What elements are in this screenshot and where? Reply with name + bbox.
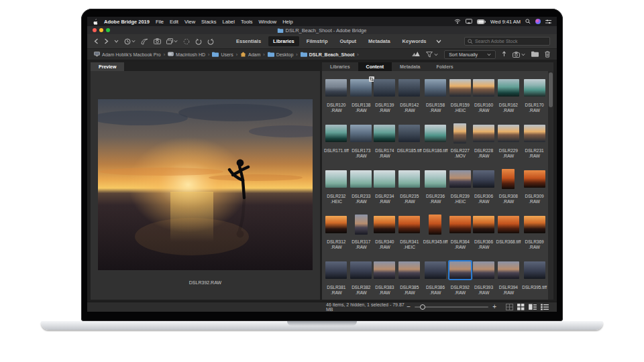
thumbnail-image[interactable] [374,79,395,97]
thumbnail-image[interactable] [449,170,471,188]
thumbnail-image[interactable] [498,125,519,142]
thumbnail-image[interactable] [398,216,420,233]
thumbnail[interactable]: DSLR231.RAW [522,118,547,164]
breadcrumb-item[interactable]: DSLR_Beach_Shoot [301,52,355,58]
thumbnail-image[interactable] [325,125,347,142]
thumbnail[interactable]: DSLR308.RAW [496,164,521,209]
thumbnail-size-slider[interactable] [415,306,488,308]
thumbnail-box[interactable] [473,166,494,192]
thumbnail-image[interactable] [524,261,545,279]
thumbnail-image[interactable] [502,169,515,189]
thumbnail-box[interactable] [473,212,494,237]
thumbnail-image[interactable] [498,79,519,97]
thumbnail-image[interactable] [449,216,471,233]
thumbnail-box[interactable] [498,212,519,237]
thumbnail[interactable]: DSLR385.RAW [397,255,422,300]
spotlight-search-icon[interactable] [525,19,531,24]
thumbnail-box[interactable] [350,121,372,146]
workspace-tab-filmstrip[interactable]: Filmstrip [302,36,333,46]
thumbnail[interactable]: DSLR369.RAW [522,209,547,255]
thumbnail-box[interactable] [473,121,494,146]
thumbnail-image[interactable] [350,261,372,279]
thumbnail[interactable]: DSLR239.HEIC [449,164,471,209]
thumbnail-image[interactable] [498,216,519,233]
thumbnail-image[interactable] [355,215,368,235]
thumbnail-image[interactable] [524,79,545,97]
import-from-camera-button[interactable] [154,38,161,44]
tab-content[interactable]: Content [358,62,392,71]
recent-files-button[interactable] [124,38,136,45]
thumbnail-box[interactable] [473,257,494,283]
list-view-button[interactable] [541,304,549,311]
refine-button[interactable] [183,38,190,45]
thumbnail-image[interactable] [350,125,372,142]
thumbnail-box[interactable] [374,257,395,283]
thumbnail-box[interactable] [524,166,545,192]
sort-ascending-button[interactable] [502,51,506,58]
thumbnail-box[interactable] [498,257,519,283]
tab-folders[interactable]: Folders [428,62,461,71]
thumbnail-image-selected[interactable] [449,261,471,279]
thumbnail-image[interactable] [524,125,545,142]
thumbnail[interactable]: DSLR368.tiff [496,209,521,255]
menu-item-label[interactable]: Label [223,19,235,25]
workspace-chevron[interactable] [436,40,441,44]
thumbnail-box[interactable] [374,121,395,146]
thumbnail-image[interactable] [524,216,545,233]
minimize-window-button[interactable] [99,28,103,32]
thumbnail-image[interactable] [350,79,372,97]
thumbnail-image[interactable] [473,170,494,188]
forward-button[interactable] [104,38,109,44]
thumbnail-box[interactable] [425,257,446,283]
vertical-scrollbar[interactable] [548,71,553,300]
thumbnail[interactable]: DSLR235.RAW [397,164,422,209]
siri-icon[interactable] [535,19,541,24]
thumbnail[interactable]: DSLR234.RAW [374,164,396,209]
thumbnail[interactable]: DSLR159.HEIC [449,72,471,118]
thumbnail-box[interactable] [350,257,372,283]
thumbnail-image[interactable] [524,170,545,188]
zoom-in-button[interactable]: + [492,304,496,310]
thumbnail-box[interactable] [453,121,466,146]
thumbnail-box[interactable] [425,75,446,101]
thumbnail-box[interactable] [374,166,395,192]
thumbnail-image[interactable] [325,79,347,97]
thumbnail-image[interactable] [473,125,494,142]
thumbnail[interactable]: DSLR393.RAW [472,255,494,300]
detail-view-button[interactable] [529,304,537,311]
workspace-tab-essentials[interactable]: Essentials [231,36,266,46]
zoom-window-button[interactable] [106,28,110,32]
menu-clock[interactable]: Wed 9:41 AM [490,19,521,25]
thumbnail[interactable]: DSLR174.RAW [374,118,396,164]
slider-knob[interactable] [420,304,425,310]
zoom-out-button[interactable]: − [407,304,411,310]
thumbnail-box[interactable] [398,257,420,283]
thumbnail-image[interactable] [398,170,420,188]
thumbnail[interactable]: DSLR345.tiff [423,209,448,255]
tab-libraries[interactable]: Libraries [322,62,358,71]
apple-logo-icon[interactable] [93,19,98,25]
thumbnail-box[interactable] [498,121,519,146]
thumbnail[interactable]: DSLR173.RAW [350,118,372,164]
thumbnail[interactable]: DSLR317.RAW [350,209,372,255]
thumbnail-box[interactable] [398,166,420,192]
import-device-button[interactable] [513,52,525,58]
thumbnail[interactable]: DSLR185.tiff [397,118,422,164]
thumbnail-box[interactable] [449,257,471,283]
thumbnail[interactable]: DSLR158.RAW [423,72,448,118]
thumbnail-image[interactable] [398,79,420,97]
thumbnail[interactable]: DSLR138.RAW [350,72,372,118]
search-input[interactable] [475,39,547,44]
thumbnail-box[interactable] [524,75,545,101]
thumbnail-box[interactable] [350,75,372,101]
thumbnail[interactable]: DSLR120.RAW [324,72,349,118]
camera-raw-icon[interactable] [141,38,148,45]
thumbnail-box[interactable] [429,212,441,237]
thumbnail-box[interactable] [524,257,545,283]
thumbnail-box[interactable] [355,212,368,237]
preview-photo[interactable] [98,99,313,270]
thumbnail[interactable]: DSLR170.RAW [522,72,547,118]
scrollbar-thumb[interactable] [549,72,553,107]
thumbnail-box[interactable] [325,121,347,146]
rotate-left-button[interactable] [195,38,202,45]
